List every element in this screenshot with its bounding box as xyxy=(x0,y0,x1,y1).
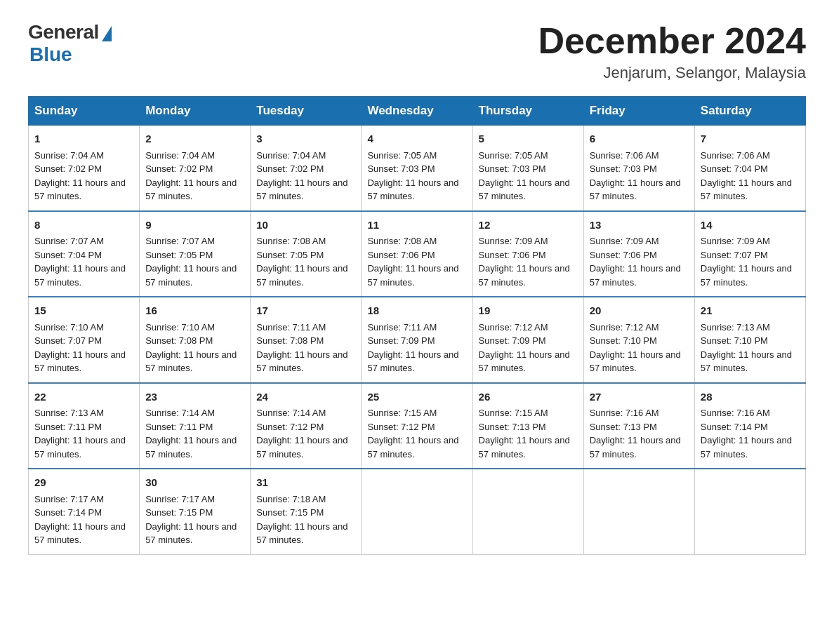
daylight-label: Daylight: 11 hours and 57 minutes. xyxy=(34,521,126,546)
day-number: 13 xyxy=(590,217,689,234)
month-title: December 2024 xyxy=(538,21,806,61)
daylight-label: Daylight: 11 hours and 57 minutes. xyxy=(145,349,237,374)
sunrise-label: Sunrise: 7:04 AM xyxy=(34,150,104,161)
day-number: 5 xyxy=(479,131,578,147)
sunrise-label: Sunrise: 7:13 AM xyxy=(34,408,104,418)
day-number: 19 xyxy=(479,303,578,319)
sunset-label: Sunset: 7:05 PM xyxy=(145,250,213,260)
daylight-label: Daylight: 11 hours and 57 minutes. xyxy=(256,349,348,374)
header-monday: Monday xyxy=(140,97,251,126)
sunset-label: Sunset: 7:10 PM xyxy=(701,335,768,346)
daylight-label: Daylight: 11 hours and 57 minutes. xyxy=(145,177,237,202)
sunset-label: Sunset: 7:13 PM xyxy=(479,422,546,432)
daylight-label: Daylight: 11 hours and 57 minutes. xyxy=(34,435,126,459)
day-number: 10 xyxy=(256,217,355,234)
calendar-cell: 9 Sunrise: 7:07 AM Sunset: 7:05 PM Dayli… xyxy=(140,211,251,297)
logo-general-text: General xyxy=(28,21,99,43)
calendar-cell: 30 Sunrise: 7:17 AM Sunset: 7:15 PM Dayl… xyxy=(140,469,251,554)
header-wednesday: Wednesday xyxy=(362,97,472,126)
daylight-label: Daylight: 11 hours and 57 minutes. xyxy=(145,521,237,546)
daylight-label: Daylight: 11 hours and 57 minutes. xyxy=(590,435,681,459)
calendar-cell: 17 Sunrise: 7:11 AM Sunset: 7:08 PM Dayl… xyxy=(251,297,362,383)
header-thursday: Thursday xyxy=(472,97,583,126)
calendar-cell: 22 Sunrise: 7:13 AM Sunset: 7:11 PM Dayl… xyxy=(29,383,140,469)
calendar-cell: 16 Sunrise: 7:10 AM Sunset: 7:08 PM Dayl… xyxy=(140,297,251,383)
calendar-cell: 2 Sunrise: 7:04 AM Sunset: 7:02 PM Dayli… xyxy=(140,126,251,211)
sunrise-label: Sunrise: 7:16 AM xyxy=(701,408,770,418)
daylight-label: Daylight: 11 hours and 57 minutes. xyxy=(590,263,681,288)
daylight-label: Daylight: 11 hours and 57 minutes. xyxy=(367,349,458,374)
logo-triangle-icon xyxy=(102,26,112,41)
sunrise-label: Sunrise: 7:04 AM xyxy=(256,150,326,161)
calendar-cell: 19 Sunrise: 7:12 AM Sunset: 7:09 PM Dayl… xyxy=(472,297,583,383)
sunset-label: Sunset: 7:14 PM xyxy=(701,422,768,432)
day-number: 15 xyxy=(34,303,133,319)
day-number: 7 xyxy=(701,131,800,147)
calendar-cell: 7 Sunrise: 7:06 AM Sunset: 7:04 PM Dayli… xyxy=(694,126,805,211)
sunrise-label: Sunrise: 7:14 AM xyxy=(256,408,326,418)
sunset-label: Sunset: 7:08 PM xyxy=(145,335,213,346)
sunrise-label: Sunrise: 7:15 AM xyxy=(367,408,437,418)
sunset-label: Sunset: 7:15 PM xyxy=(145,507,213,518)
sunrise-label: Sunrise: 7:06 AM xyxy=(590,150,659,161)
day-number: 11 xyxy=(367,217,466,234)
calendar-cell: 24 Sunrise: 7:14 AM Sunset: 7:12 PM Dayl… xyxy=(251,383,362,469)
sunrise-label: Sunrise: 7:10 AM xyxy=(34,322,104,333)
sunrise-label: Sunrise: 7:10 AM xyxy=(145,322,215,333)
sunrise-label: Sunrise: 7:07 AM xyxy=(145,236,215,246)
calendar-cell xyxy=(362,469,472,554)
calendar-cell: 10 Sunrise: 7:08 AM Sunset: 7:05 PM Dayl… xyxy=(251,211,362,297)
calendar-cell: 28 Sunrise: 7:16 AM Sunset: 7:14 PM Dayl… xyxy=(694,383,805,469)
daylight-label: Daylight: 11 hours and 57 minutes. xyxy=(367,177,458,202)
sunset-label: Sunset: 7:06 PM xyxy=(590,250,657,260)
sunset-label: Sunset: 7:03 PM xyxy=(479,163,546,174)
day-number: 31 xyxy=(256,475,355,491)
calendar-cell: 25 Sunrise: 7:15 AM Sunset: 7:12 PM Dayl… xyxy=(362,383,472,469)
sunrise-label: Sunrise: 7:08 AM xyxy=(256,236,326,246)
logo-blue-text: Blue xyxy=(29,43,72,66)
calendar-cell: 26 Sunrise: 7:15 AM Sunset: 7:13 PM Dayl… xyxy=(472,383,583,469)
sunrise-label: Sunrise: 7:06 AM xyxy=(701,150,770,161)
daylight-label: Daylight: 11 hours and 57 minutes. xyxy=(701,349,792,374)
week-row-5: 29 Sunrise: 7:17 AM Sunset: 7:14 PM Dayl… xyxy=(29,469,806,554)
sunset-label: Sunset: 7:12 PM xyxy=(367,422,435,432)
daylight-label: Daylight: 11 hours and 57 minutes. xyxy=(701,263,792,288)
sunrise-label: Sunrise: 7:12 AM xyxy=(590,322,659,333)
day-number: 22 xyxy=(34,389,133,405)
day-number: 20 xyxy=(590,303,689,319)
calendar-cell: 29 Sunrise: 7:17 AM Sunset: 7:14 PM Dayl… xyxy=(29,469,140,554)
week-row-2: 8 Sunrise: 7:07 AM Sunset: 7:04 PM Dayli… xyxy=(29,211,806,297)
calendar-cell: 4 Sunrise: 7:05 AM Sunset: 7:03 PM Dayli… xyxy=(362,126,472,211)
day-number: 25 xyxy=(367,389,466,405)
sunset-label: Sunset: 7:11 PM xyxy=(34,422,102,432)
day-number: 18 xyxy=(367,303,466,319)
sunrise-label: Sunrise: 7:04 AM xyxy=(145,150,215,161)
day-number: 17 xyxy=(256,303,355,319)
day-number: 8 xyxy=(34,217,133,234)
sunset-label: Sunset: 7:04 PM xyxy=(701,163,768,174)
day-number: 27 xyxy=(590,389,689,405)
daylight-label: Daylight: 11 hours and 57 minutes. xyxy=(367,435,458,459)
calendar-cell: 31 Sunrise: 7:18 AM Sunset: 7:15 PM Dayl… xyxy=(251,469,362,554)
day-number: 28 xyxy=(701,389,800,405)
sunrise-label: Sunrise: 7:09 AM xyxy=(590,236,659,246)
sunset-label: Sunset: 7:05 PM xyxy=(256,250,324,260)
daylight-label: Daylight: 11 hours and 57 minutes. xyxy=(479,435,570,459)
day-number: 26 xyxy=(479,389,578,405)
calendar-cell: 18 Sunrise: 7:11 AM Sunset: 7:09 PM Dayl… xyxy=(362,297,472,383)
header-saturday: Saturday xyxy=(694,97,805,126)
sunrise-label: Sunrise: 7:14 AM xyxy=(145,408,215,418)
daylight-label: Daylight: 11 hours and 57 minutes. xyxy=(256,263,348,288)
calendar-cell: 3 Sunrise: 7:04 AM Sunset: 7:02 PM Dayli… xyxy=(251,126,362,211)
sunrise-label: Sunrise: 7:15 AM xyxy=(479,408,548,418)
daylight-label: Daylight: 11 hours and 57 minutes. xyxy=(479,263,570,288)
day-number: 4 xyxy=(367,131,466,147)
daylight-label: Daylight: 11 hours and 57 minutes. xyxy=(34,349,126,374)
sunset-label: Sunset: 7:07 PM xyxy=(701,250,768,260)
daylight-label: Daylight: 11 hours and 57 minutes. xyxy=(256,435,348,459)
daylight-label: Daylight: 11 hours and 57 minutes. xyxy=(701,435,792,459)
daylight-label: Daylight: 11 hours and 57 minutes. xyxy=(701,177,792,202)
sunset-label: Sunset: 7:02 PM xyxy=(34,163,102,174)
calendar-cell xyxy=(694,469,805,554)
calendar-cell: 20 Sunrise: 7:12 AM Sunset: 7:10 PM Dayl… xyxy=(583,297,694,383)
